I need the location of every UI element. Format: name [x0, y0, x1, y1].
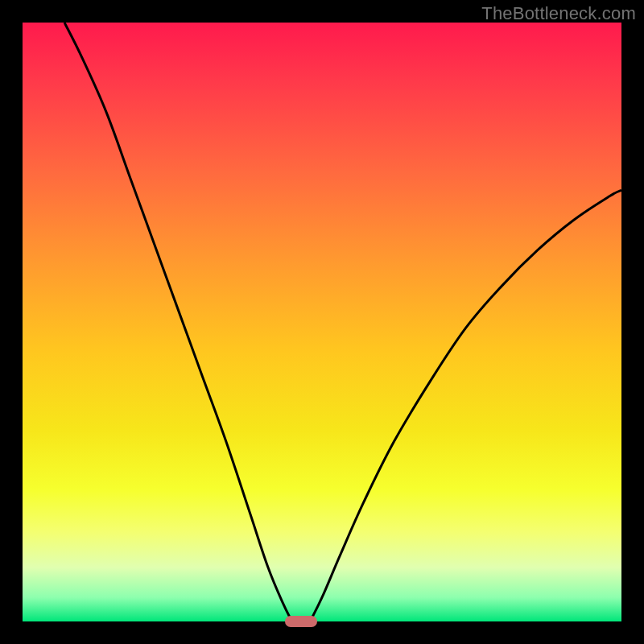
left-curve: [64, 23, 292, 621]
right-curve: [310, 190, 621, 621]
curve-layer: [23, 23, 621, 621]
plot-area: [23, 23, 621, 621]
watermark-text: TheBottleneck.com: [481, 3, 636, 24]
bottleneck-marker: [285, 616, 317, 627]
chart-frame: TheBottleneck.com: [0, 0, 644, 644]
